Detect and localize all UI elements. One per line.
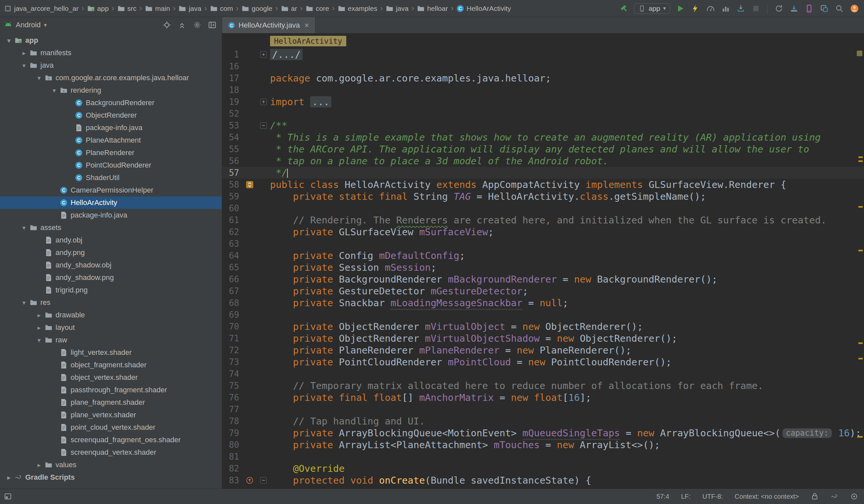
code-text[interactable]: /** — [270, 120, 287, 131]
code-text[interactable]: * tap on a plane to place a 3d model of … — [270, 155, 609, 167]
tree-expanded-arrow-icon[interactable]: ▾ — [35, 336, 43, 344]
lock-icon[interactable] — [811, 492, 819, 500]
code-editor[interactable]: 1+/.../1617package com.google.ar.core.ex… — [222, 49, 864, 486]
breadcrumb-item-java[interactable]: java — [386, 4, 409, 12]
warning-stripe-mark[interactable] — [859, 156, 863, 158]
code-text[interactable]: * This is a simple example that shows ho… — [270, 131, 821, 143]
toolwindow-toggle-icon[interactable] — [4, 492, 12, 500]
tree-item-andy.obj[interactable]: andy.obj — [0, 234, 222, 247]
tree-expanded-arrow-icon[interactable]: ▾ — [20, 224, 28, 232]
override-method-gutter-icon[interactable] — [242, 475, 257, 486]
gradle-elephant-icon[interactable] — [830, 492, 838, 500]
device-manager-icon[interactable] — [804, 3, 814, 13]
encoding-widget[interactable]: UTF-8: — [703, 493, 723, 500]
breadcrumb-item-examples[interactable]: examples — [338, 4, 377, 12]
code-text[interactable]: private static final String TAG = HelloA… — [270, 191, 706, 202]
code-text[interactable]: private Config mDefaultConfig; — [270, 250, 465, 262]
tree-item-layout[interactable]: ▸layout — [0, 321, 222, 334]
code-text[interactable]: private PointCloudRenderer mPointCloud =… — [270, 356, 672, 368]
code-text[interactable]: private ArrayBlockingQueue<MotionEvent> … — [270, 427, 861, 439]
tree-item-Gradle Scripts[interactable]: ▸Gradle Scripts — [0, 471, 222, 484]
code-text[interactable]: import ... — [270, 96, 332, 108]
context-widget[interactable]: Context: <no context> — [734, 493, 799, 500]
tree-item-andy.png[interactable]: andy.png — [0, 247, 222, 259]
tree-item-light_vertex.shader[interactable]: light_vertex.shader — [0, 346, 222, 359]
code-text[interactable]: * the ARCore API. The application will d… — [270, 143, 809, 155]
class-gutter-marker-icon[interactable] — [242, 179, 257, 191]
avatar[interactable] — [849, 3, 860, 13]
fold-plus-icon[interactable]: + — [257, 96, 270, 108]
sdk-manager-icon[interactable] — [789, 3, 799, 13]
tree-item-screenquad_fragment_oes.shader[interactable]: screenquad_fragment_oes.shader — [0, 434, 222, 446]
breadcrumb-item-app[interactable]: app — [87, 4, 109, 12]
breadcrumb-item-ar[interactable]: ar — [281, 4, 297, 12]
tree-item-ObjectRenderer[interactable]: CObjectRenderer — [0, 109, 222, 122]
search-everywhere-icon[interactable] — [834, 3, 844, 13]
warning-stripe-mark[interactable] — [859, 343, 863, 344]
tree-item-point_cloud_vertex.shader[interactable]: point_cloud_vertex.shader — [0, 421, 222, 434]
tree-collapsed-arrow-icon[interactable]: ▸ — [35, 324, 43, 332]
build-hammer-icon[interactable] — [619, 3, 629, 13]
warning-stripe-mark[interactable] — [859, 436, 863, 437]
code-text[interactable]: private Snackbar mLoadingMessageSnackbar… — [270, 297, 568, 309]
breadcrumb-item-google[interactable]: google — [241, 4, 272, 12]
tree-item-values[interactable]: ▸values — [0, 459, 222, 471]
fold-plus-icon[interactable]: + — [257, 49, 270, 60]
tree-item-PlaneAttachment[interactable]: CPlaneAttachment — [0, 134, 222, 146]
tree-item-PointCloudRenderer[interactable]: CPointCloudRenderer — [0, 159, 222, 171]
code-text[interactable]: private ArrayList<PlaneAttachment> mTouc… — [270, 439, 660, 451]
tree-expanded-arrow-icon[interactable]: ▾ — [4, 37, 13, 44]
tree-item-andy_shadow.obj[interactable]: andy_shadow.obj — [0, 259, 222, 272]
code-text[interactable]: @Override — [270, 463, 345, 475]
code-text[interactable]: private GestureDetector mGestureDetector… — [270, 285, 528, 297]
tree-item-package-info.java[interactable]: package-info.java — [0, 122, 222, 134]
tree-item-CameraPermissionHelper[interactable]: CCameraPermissionHelper — [0, 184, 222, 196]
tree-item-object_vertex.shader[interactable]: object_vertex.shader — [0, 371, 222, 384]
tree-item-assets[interactable]: ▾assets — [0, 221, 222, 234]
locate-icon[interactable] — [163, 21, 171, 29]
warning-stripe-mark[interactable] — [859, 250, 863, 251]
tree-item-screenquad_vertex.shader[interactable]: screenquad_vertex.shader — [0, 446, 222, 459]
breadcrumb-item-helloar[interactable]: helloar — [417, 4, 448, 12]
warning-stripe-mark[interactable] — [859, 206, 863, 208]
profile-icon[interactable] — [705, 3, 716, 13]
run-config-selector[interactable]: app ▾ — [634, 3, 670, 14]
code-text[interactable]: private PlaneRenderer mPlaneRenderer = n… — [270, 344, 632, 356]
code-text[interactable]: private final float[] mAnchorMatrix = ne… — [270, 392, 591, 404]
code-text[interactable]: private GLSurfaceView mSurfaceView; — [270, 226, 494, 238]
attach-debugger-icon[interactable] — [735, 3, 746, 13]
tree-collapsed-arrow-icon[interactable]: ▸ — [20, 49, 28, 57]
tree-item-java[interactable]: ▾java — [0, 59, 222, 72]
breadcrumb-item-com[interactable]: com — [210, 4, 233, 12]
code-text[interactable]: // Rendering. The Renderers are created … — [270, 214, 827, 226]
warning-stripe-mark[interactable] — [859, 160, 863, 162]
close-tab-icon[interactable]: × — [304, 21, 309, 30]
breadcrumb-item-core[interactable]: core — [305, 4, 329, 12]
tree-item-plane_fragment.shader[interactable]: plane_fragment.shader — [0, 396, 222, 409]
breadcrumb-item-src[interactable]: src — [117, 4, 137, 12]
tree-collapsed-arrow-icon[interactable]: ▸ — [35, 311, 43, 319]
inspections-profile-icon[interactable] — [850, 492, 858, 500]
tree-item-trigrid.png[interactable]: trigrid.png — [0, 284, 222, 296]
analyze-icon[interactable] — [720, 3, 731, 13]
caret-position-widget[interactable]: 57:4 — [656, 493, 669, 500]
editor-scrollbar[interactable] — [857, 49, 864, 489]
settings-gear-icon[interactable] — [193, 21, 201, 29]
tree-item-andy_shadow.png[interactable]: andy_shadow.png — [0, 272, 222, 284]
code-text[interactable]: // Tap handling and UI. — [270, 415, 425, 427]
code-text[interactable]: protected void onCreate(Bundle savedInst… — [270, 475, 591, 486]
code-text[interactable]: private ObjectRenderer mVirtualObjectSha… — [270, 333, 677, 344]
tree-item-ShaderUtil[interactable]: CShaderUtil — [0, 171, 222, 184]
code-text[interactable]: private ObjectRenderer mVirtualObject = … — [270, 321, 643, 333]
editor-tab-helloaractivity[interactable]: C HelloArActivity.java × — [222, 17, 315, 33]
tree-item-drawable[interactable]: ▸drawable — [0, 309, 222, 321]
tree-item-passthrough_fragment.shader[interactable]: passthrough_fragment.shader — [0, 384, 222, 396]
code-text[interactable]: public class HelloArActivity extends App… — [270, 179, 786, 191]
breadcrumb-item-main[interactable]: main — [145, 4, 170, 12]
tree-item-res[interactable]: ▾res — [0, 296, 222, 309]
collapse-all-icon[interactable] — [178, 21, 186, 29]
apply-changes-icon[interactable] — [690, 3, 700, 13]
warning-stripe-mark[interactable] — [859, 358, 863, 359]
sync-gradle-icon[interactable] — [774, 3, 784, 13]
tree-item-BackgroundRenderer[interactable]: CBackgroundRenderer — [0, 97, 222, 109]
